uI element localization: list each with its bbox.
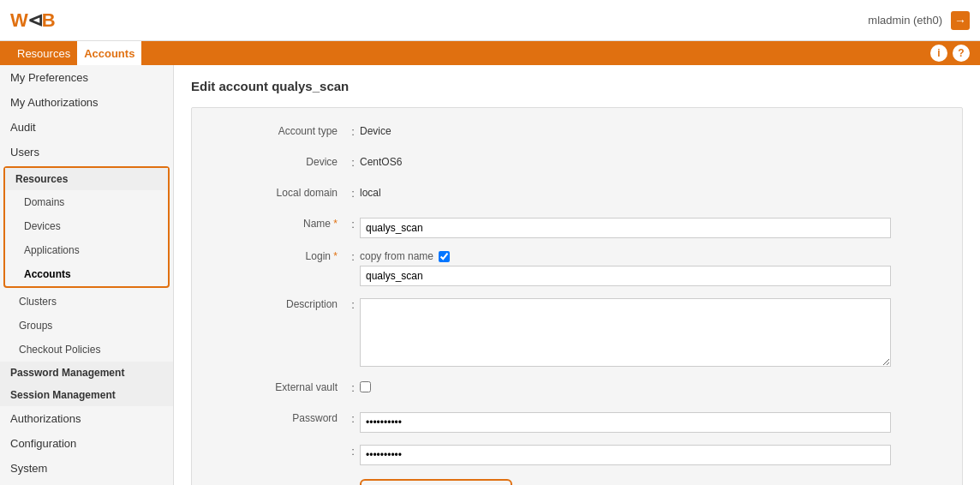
copy-from-row: copy from name xyxy=(360,250,945,262)
auto-password-section: Auto password change : xyxy=(360,479,512,485)
help-button[interactable]: ? xyxy=(953,45,970,62)
login-input[interactable] xyxy=(360,266,891,286)
breadcrumb-info: i ? xyxy=(930,45,970,62)
password-confirm-row: : xyxy=(209,441,945,465)
password-input[interactable] xyxy=(360,412,891,433)
external-vault-label: External vault xyxy=(209,378,346,393)
auto-password-container: Auto password change : Deselect to fully… xyxy=(360,474,945,485)
sidebar-item-groups[interactable]: Groups xyxy=(0,314,173,338)
local-domain-label: Local domain xyxy=(209,183,346,199)
user-label: mladmin (eth0) xyxy=(868,14,942,27)
local-domain-row: Local domain : local xyxy=(209,183,945,206)
external-vault-container xyxy=(360,378,945,395)
sidebar-item-accounts[interactable]: Accounts xyxy=(5,262,168,286)
local-domain-value: local xyxy=(360,183,945,199)
name-label: Name * xyxy=(209,214,346,230)
password-confirm-container xyxy=(360,441,945,465)
device-row: Device : CentOS6 xyxy=(209,153,945,175)
password-label: Password xyxy=(209,409,346,424)
sidebar-item-my-preferences[interactable]: My Preferences xyxy=(0,65,173,90)
account-type-row: Account type : Device xyxy=(209,122,945,144)
password-row: Password : xyxy=(209,409,945,433)
resources-box: Resources Domains Devices Applications A… xyxy=(3,166,170,288)
copy-from-checkbox[interactable] xyxy=(439,251,450,262)
main-layout: My Preferences My Authorizations Audit U… xyxy=(0,65,980,485)
sidebar-item-checkout-policies[interactable]: Checkout Policies xyxy=(0,338,173,362)
sidebar: My Preferences My Authorizations Audit U… xyxy=(0,65,174,485)
topbar: W⊲B mladmin (eth0) → xyxy=(0,0,980,41)
sidebar-item-my-authorizations[interactable]: My Authorizations xyxy=(0,90,173,115)
topbar-right: mladmin (eth0) → xyxy=(868,11,970,30)
sidebar-item-clusters[interactable]: Clusters xyxy=(0,290,173,314)
sidebar-item-system[interactable]: System xyxy=(0,456,173,481)
login-field-container: copy from name xyxy=(360,247,945,286)
content-area: Edit account qualys_scan Account type : … xyxy=(174,65,980,485)
copy-from-label: copy from name xyxy=(360,250,433,262)
sidebar-item-configuration[interactable]: Configuration xyxy=(0,431,173,456)
name-input[interactable] xyxy=(360,218,891,238)
account-type-label: Account type xyxy=(209,122,346,137)
description-field-container xyxy=(360,295,945,369)
external-vault-checkbox[interactable] xyxy=(360,381,371,392)
account-type-value: Device xyxy=(360,122,945,137)
device-label: Device xyxy=(209,153,346,168)
info-button[interactable]: i xyxy=(930,45,947,62)
sidebar-item-applications[interactable]: Applications xyxy=(5,238,168,262)
breadcrumb-resources[interactable]: Resources xyxy=(10,41,77,65)
sidebar-item-devices[interactable]: Devices xyxy=(5,214,168,238)
sidebar-item-authorizations[interactable]: Authorizations xyxy=(0,406,173,431)
name-row: Name * : xyxy=(209,214,945,238)
logo: W⊲B xyxy=(10,9,55,32)
password-confirm-input[interactable] xyxy=(360,445,891,465)
login-row: Login * : copy from name xyxy=(209,247,945,286)
sidebar-item-import-export[interactable]: Import/Export xyxy=(0,481,173,485)
sidebar-item-domains[interactable]: Domains xyxy=(5,190,168,214)
sidebar-item-resources[interactable]: Resources xyxy=(5,168,168,190)
device-value: CentOS6 xyxy=(360,153,945,168)
password-confirm-label xyxy=(209,441,346,445)
sidebar-item-password-management[interactable]: Password Management xyxy=(0,362,173,384)
external-vault-row: External vault : xyxy=(209,378,945,400)
breadcrumb-accounts[interactable]: Accounts xyxy=(77,41,141,65)
form-section: Account type : Device Device : CentOS6 L… xyxy=(191,107,963,485)
name-field-container xyxy=(360,214,945,238)
login-label: Login * xyxy=(209,247,346,262)
sidebar-item-users[interactable]: Users xyxy=(0,140,173,165)
breadcrumb-bar: Resources Accounts i ? xyxy=(0,41,980,65)
password-field-container xyxy=(360,409,945,433)
logout-button[interactable]: → xyxy=(951,11,970,30)
description-textarea[interactable] xyxy=(360,298,891,367)
auto-password-row: : Auto password change : Deselect to ful… xyxy=(209,474,945,485)
sidebar-item-session-management[interactable]: Session Management xyxy=(0,384,173,406)
page-title: Edit account qualys_scan xyxy=(191,79,963,93)
description-row: Description : xyxy=(209,295,945,369)
sidebar-item-audit[interactable]: Audit xyxy=(0,115,173,140)
description-label: Description xyxy=(209,295,346,310)
